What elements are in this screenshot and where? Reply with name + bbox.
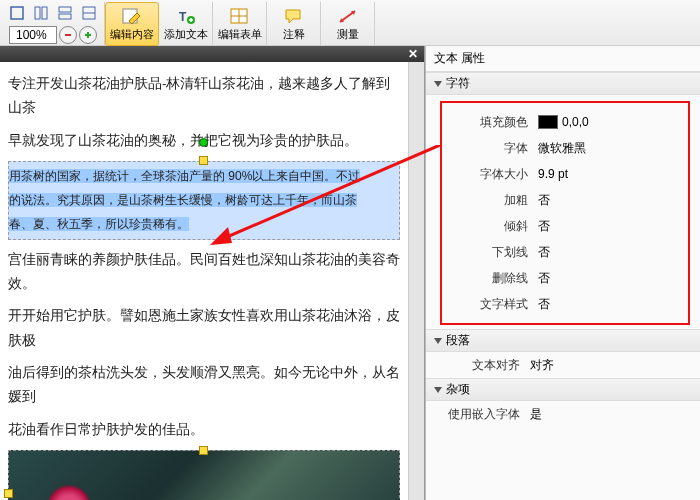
image-top-handle[interactable] <box>199 446 208 455</box>
prop-row: 字体微软雅黑 <box>442 135 684 161</box>
prop-row: 加粗否 <box>442 187 684 213</box>
prop-label: 删除线 <box>442 270 538 287</box>
prop-row: 字体大小9.9 pt <box>442 161 684 187</box>
zoom-in-button[interactable] <box>79 26 97 44</box>
prop-label: 文本对齐 <box>434 357 530 374</box>
svg-rect-1 <box>35 7 40 19</box>
annotate-label: 注释 <box>283 27 305 42</box>
toolbar: 100% 编辑内容 T 添加文本 编辑表单 注释 测量 <box>0 0 700 46</box>
prop-row: 倾斜否 <box>442 213 684 239</box>
document-tab-bar: ✕ <box>0 46 424 62</box>
svg-rect-4 <box>59 14 71 19</box>
svg-rect-2 <box>42 7 47 19</box>
zoom-group: 100% <box>2 2 105 46</box>
section-header-char[interactable]: 字符 <box>426 72 700 95</box>
image-left-handle[interactable] <box>4 489 13 498</box>
prop-value[interactable]: 9.9 pt <box>538 167 684 181</box>
measure-icon <box>336 6 360 26</box>
rotate-handle[interactable] <box>199 138 208 147</box>
prop-row: 下划线否 <box>442 239 684 265</box>
edit-table-icon <box>228 6 252 26</box>
selected-text[interactable]: 用茶树的国家，据统计，全球茶油产量的 90%以上来自中国。不过 <box>9 169 360 183</box>
add-text-label: 添加文本 <box>164 27 208 42</box>
panel-title: 文本 属性 <box>426 46 700 72</box>
text-line[interactable]: 宫佳丽青睐的养颜护肤佳品。民间百姓也深知山茶花油的美容奇效。 <box>8 248 400 297</box>
prop-row: 文字样式否 <box>442 291 684 317</box>
edit-content-button[interactable]: 编辑内容 <box>105 2 159 46</box>
prop-label: 字体 <box>442 140 538 157</box>
prop-row: 填充颜色0,0,0 <box>442 109 684 135</box>
prop-value[interactable]: 0,0,0 <box>562 115 589 129</box>
document-pane: ✕ 专注开发山茶花油护肤品-林清轩山茶花油，越来越多人了解到山茶 早就发现了山茶… <box>0 46 425 500</box>
prop-value[interactable]: 否 <box>538 296 684 313</box>
edit-content-label: 编辑内容 <box>110 27 154 42</box>
prop-row: 使用嵌入字体是 <box>426 401 700 427</box>
prop-label: 加粗 <box>442 192 538 209</box>
close-icon[interactable]: ✕ <box>406 47 420 61</box>
prop-label: 下划线 <box>442 244 538 261</box>
prop-label: 文字样式 <box>442 296 538 313</box>
text-line[interactable]: 花油看作日常护肤护发的佳品。 <box>8 418 400 442</box>
prop-label: 使用嵌入字体 <box>434 406 530 423</box>
section-header-misc[interactable]: 杂项 <box>426 378 700 401</box>
prop-value[interactable]: 否 <box>538 244 684 261</box>
layout-icon-1[interactable] <box>6 2 28 24</box>
section-header-para[interactable]: 段落 <box>426 329 700 352</box>
layout-icon-4[interactable] <box>78 2 100 24</box>
prop-value[interactable]: 否 <box>538 192 684 209</box>
prop-label: 填充颜色 <box>442 114 538 131</box>
chevron-down-icon <box>434 81 442 87</box>
selected-text[interactable]: 春、夏、秋五季，所以珍贵稀有。 <box>9 217 189 231</box>
selection-frame[interactable]: 用茶树的国家，据统计，全球茶油产量的 90%以上来自中国。不过 的说法。究其原因… <box>8 161 400 240</box>
text-line[interactable]: 专注开发山茶花油护肤品-林清轩山茶花油，越来越多人了解到山茶 <box>8 72 400 121</box>
color-swatch[interactable] <box>538 115 558 129</box>
prop-value[interactable]: 否 <box>538 270 684 287</box>
section-label: 段落 <box>446 332 470 349</box>
section-label: 字符 <box>446 75 470 92</box>
document-content[interactable]: 专注开发山茶花油护肤品-林清轩山茶花油，越来越多人了解到山茶 早就发现了山茶花油… <box>0 62 408 500</box>
edit-content-icon <box>120 6 144 26</box>
chevron-down-icon <box>434 387 442 393</box>
add-text-icon: T <box>174 6 198 26</box>
zoom-out-button[interactable] <box>59 26 77 44</box>
measure-button[interactable]: 测量 <box>321 2 375 46</box>
prop-row: 文本对齐对齐 <box>426 352 700 378</box>
text-line[interactable]: 开开始用它护肤。譬如恩施土家族女性喜欢用山茶花油沐浴，皮肤极 <box>8 304 400 353</box>
char-properties-highlight: 填充颜色0,0,0 字体微软雅黑 字体大小9.9 pt 加粗否 倾斜否 下划线否… <box>440 101 690 325</box>
layout-icon-3[interactable] <box>54 2 76 24</box>
annotate-button[interactable]: 注释 <box>267 2 321 46</box>
prop-value[interactable]: 微软雅黑 <box>538 140 684 157</box>
top-handle[interactable] <box>199 156 208 165</box>
svg-rect-0 <box>11 7 23 19</box>
annotate-icon <box>282 6 306 26</box>
edit-table-button[interactable]: 编辑表单 <box>213 2 267 46</box>
edit-table-label: 编辑表单 <box>218 27 262 42</box>
measure-label: 测量 <box>337 27 359 42</box>
prop-value[interactable]: 否 <box>538 218 684 235</box>
vertical-scrollbar[interactable] <box>408 62 424 500</box>
prop-row: 删除线否 <box>442 265 684 291</box>
zoom-input[interactable]: 100% <box>9 26 57 44</box>
chevron-down-icon <box>434 338 442 344</box>
svg-rect-3 <box>59 7 71 12</box>
prop-label: 字体大小 <box>442 166 538 183</box>
svg-text:T: T <box>179 10 187 24</box>
text-line[interactable]: 油后得到的茶枯洗头发，头发顺滑又黑亮。如今无论中外，从名媛到 <box>8 361 400 410</box>
embedded-image[interactable] <box>8 450 400 500</box>
prop-value[interactable]: 是 <box>530 406 700 423</box>
selected-text[interactable]: 的说法。究其原因，是山茶树生长缓慢，树龄可达上千年，而山茶 <box>9 193 357 207</box>
section-label: 杂项 <box>446 381 470 398</box>
layout-icon-2[interactable] <box>30 2 52 24</box>
prop-label: 倾斜 <box>442 218 538 235</box>
prop-value[interactable]: 对齐 <box>530 357 700 374</box>
properties-panel: 文本 属性 字符 填充颜色0,0,0 字体微软雅黑 字体大小9.9 pt 加粗否… <box>425 46 700 500</box>
add-text-button[interactable]: T 添加文本 <box>159 2 213 46</box>
